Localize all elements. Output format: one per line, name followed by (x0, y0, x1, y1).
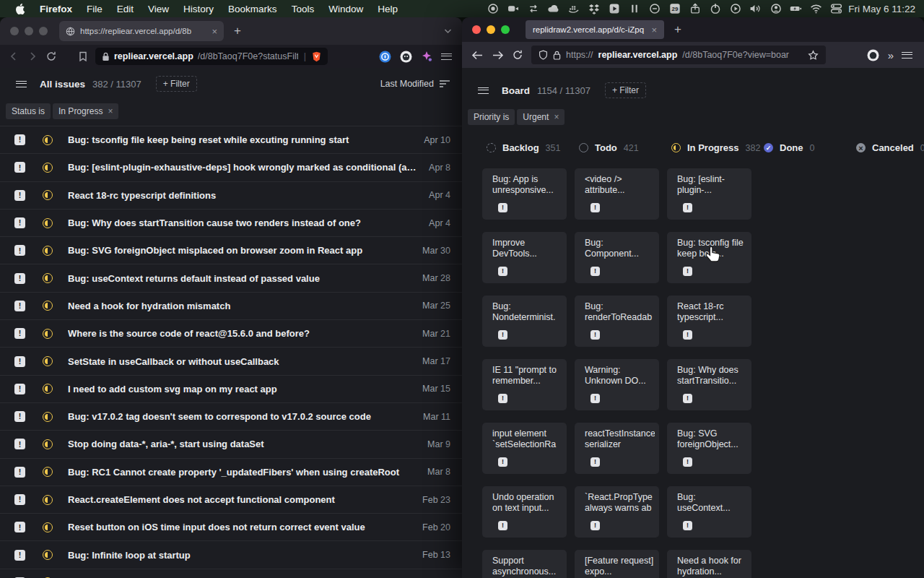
play-circle-icon[interactable] (729, 3, 741, 15)
priority-urgent-icon[interactable] (683, 330, 692, 340)
priority-urgent-icon[interactable] (14, 467, 25, 478)
priority-urgent-icon[interactable] (498, 267, 507, 276)
issue-card[interactable]: <video /> attribute... (575, 168, 659, 220)
zoom-window-button[interactable] (501, 25, 510, 34)
priority-urgent-icon[interactable] (498, 203, 507, 212)
new-tab-button[interactable]: + (674, 22, 681, 37)
issue-card[interactable]: React 18-rc typescript... (667, 296, 751, 347)
issue-row[interactable]: Bug: SVG foreignObject misplaced on brow… (0, 237, 462, 264)
minimize-window-button[interactable] (487, 25, 495, 34)
priority-urgent-icon[interactable] (14, 550, 25, 561)
status-in-progress-icon[interactable] (43, 550, 53, 560)
menubar-menu[interactable]: Firefox (32, 4, 79, 14)
issue-row[interactable]: Bug: RC1 Cannot create property '_update… (0, 459, 462, 486)
tracking-shield-icon[interactable] (539, 50, 548, 60)
issue-row[interactable]: Bug: v17.0.2 tag doesn't seem to corresp… (0, 403, 462, 431)
issue-card[interactable]: Bug: Nondeterminist. (482, 296, 567, 347)
issue-row[interactable]: Where is the source code of react@15.6.0… (0, 320, 462, 348)
triangle-app-icon[interactable] (608, 3, 620, 15)
status-in-progress-icon[interactable] (43, 301, 53, 311)
priority-urgent-icon[interactable] (14, 162, 25, 173)
sort-label[interactable]: Last Modified (380, 79, 434, 89)
status-in-progress-icon[interactable] (43, 522, 53, 532)
github-extension-icon[interactable] (400, 51, 412, 63)
issue-row[interactable]: Bug: Infinite loop at startup Feb 13 (0, 541, 462, 569)
volume-icon[interactable] (749, 3, 762, 15)
forward-button[interactable] (26, 50, 39, 63)
priority-urgent-icon[interactable] (590, 521, 600, 530)
reload-button[interactable] (45, 50, 58, 63)
priority-urgent-icon[interactable] (683, 457, 692, 467)
issue-card[interactable]: input element `setSelectionRa (482, 423, 567, 474)
issue-row[interactable]: React.createElement does not accept func… (0, 486, 462, 514)
priority-urgent-icon[interactable] (683, 521, 692, 530)
issue-row[interactable]: Bug: Why does startTransition cause two … (0, 210, 462, 237)
sidebar-toggle-icon[interactable] (16, 81, 27, 87)
dropbox-icon[interactable] (588, 3, 600, 15)
issue-card[interactable]: [Feature request] expo... (575, 550, 659, 578)
remove-filter-icon[interactable]: × (554, 112, 559, 122)
do-not-disturb-icon[interactable] (648, 3, 661, 15)
status-in-progress-icon[interactable] (43, 495, 53, 505)
share-box-icon[interactable] (689, 3, 701, 15)
minimize-window-button[interactable] (25, 27, 33, 35)
new-tab-button[interactable]: + (234, 24, 241, 38)
priority-urgent-icon[interactable] (683, 203, 692, 212)
issue-row[interactable]: Bug: useContext returns default instead … (0, 264, 462, 292)
menubar-menu[interactable]: Edit (110, 4, 141, 14)
priority-urgent-icon[interactable] (14, 134, 25, 145)
menubar-menu[interactable]: Help (370, 4, 405, 14)
status-in-progress-icon[interactable] (43, 412, 53, 422)
priority-urgent-icon[interactable] (14, 411, 25, 422)
priority-urgent-icon[interactable] (14, 384, 25, 394)
issue-card[interactable]: Bug: renderToReadab (575, 296, 659, 347)
priority-urgent-icon[interactable] (498, 521, 507, 530)
menubar-menu[interactable]: Window (321, 4, 370, 14)
menubar-menu[interactable]: File (79, 4, 110, 14)
issue-card[interactable]: Bug: Why does startTransitio... (667, 359, 751, 410)
issue-row[interactable]: Need a hook for hydration mismatch Mar 2… (0, 293, 462, 320)
browser-menu-icon[interactable] (441, 53, 452, 60)
issue-card[interactable]: `React.PropType always warns ab (575, 486, 659, 538)
address-bar[interactable]: repliear.vercel.app/d/8bTaoq7F0e?statusF… (95, 48, 328, 65)
filter-value-chip[interactable]: Urgent× (517, 109, 565, 125)
bookmark-star-icon[interactable] (808, 50, 819, 61)
priority-urgent-icon[interactable] (14, 522, 25, 532)
issue-row[interactable]: React 18-rc typescript definitions Apr 4 (0, 182, 462, 210)
user-switch-icon[interactable] (830, 3, 842, 15)
priority-urgent-icon[interactable] (498, 394, 507, 403)
issue-card[interactable]: Bug: Component... (575, 232, 659, 283)
screen-record-icon[interactable] (487, 3, 499, 15)
issue-card[interactable]: reactTestInstance serializer (575, 423, 659, 474)
status-in-progress-icon[interactable] (43, 135, 53, 145)
issue-row[interactable]: Stop doing data-*, aria-*, start using d… (0, 431, 462, 458)
account-avatar-icon[interactable] (867, 49, 879, 61)
lock-icon[interactable] (553, 51, 561, 60)
extension-puzzle-icon[interactable] (421, 51, 432, 62)
filter-value-chip[interactable]: In Progress× (53, 103, 118, 119)
priority-urgent-icon[interactable] (683, 267, 692, 276)
priority-urgent-icon[interactable] (14, 273, 25, 284)
status-in-progress-icon[interactable] (43, 384, 53, 394)
back-button[interactable] (471, 48, 484, 61)
icloud-icon[interactable] (547, 3, 559, 15)
power-circle-icon[interactable] (709, 3, 721, 15)
issue-row[interactable]: SetState in useCallback or without useCa… (0, 348, 462, 375)
password-manager-extension-icon[interactable] (379, 51, 391, 63)
issue-card[interactable]: Bug: App is unresponsive... (482, 168, 567, 220)
issue-card[interactable]: Warning: Unknown DO... (575, 359, 659, 410)
priority-urgent-icon[interactable] (590, 457, 600, 467)
close-window-button[interactable] (10, 27, 19, 35)
issue-card[interactable]: Bug: tsconfig file keep bein... (667, 232, 751, 283)
browser-tab[interactable]: https://repliear.vercel.app/d/8b × (59, 21, 224, 41)
remove-filter-icon[interactable]: × (108, 106, 113, 116)
menubar-menu[interactable]: Tools (284, 4, 322, 14)
priority-urgent-icon[interactable] (14, 439, 25, 449)
priority-urgent-icon[interactable] (498, 457, 507, 467)
priority-urgent-icon[interactable] (590, 394, 600, 403)
filter-field-chip[interactable]: Status is (6, 103, 51, 119)
priority-urgent-icon[interactable] (14, 190, 25, 201)
priority-urgent-icon[interactable] (590, 330, 600, 340)
status-in-progress-icon[interactable] (43, 329, 53, 339)
priority-urgent-icon[interactable] (14, 494, 25, 505)
